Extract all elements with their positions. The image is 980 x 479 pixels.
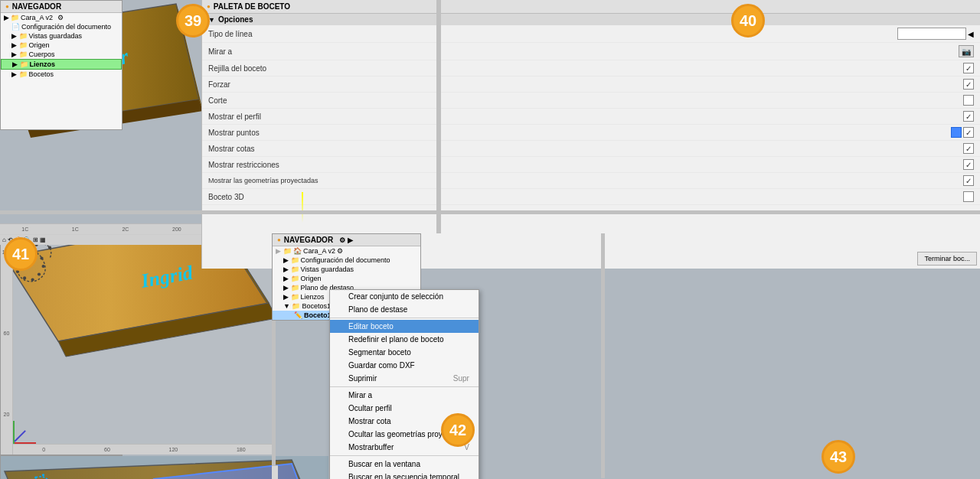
step-bubble-41: 41: [4, 237, 38, 271]
context-menu-41: Crear conjunto de selección Plano de des…: [329, 289, 479, 479]
nav-item-vistas[interactable]: ▶ 📁 Vistas guardadas: [1, 31, 122, 41]
palette-row-rejilla: Rejilla del boceto ✓: [202, 60, 980, 77]
ctx-guardar-dxf[interactable]: Guardar como DXF: [330, 359, 479, 372]
view-display-btn[interactable]: ▦: [40, 236, 46, 243]
svg-point-63: [42, 474, 44, 476]
nav2-config[interactable]: ▶ 📁 Configuración del documento: [273, 256, 420, 265]
corte-checkbox[interactable]: [963, 95, 974, 106]
nav-item-cara[interactable]: ▶ 📁 Cara_A v2 ⚙: [1, 13, 122, 22]
view-fit-btn[interactable]: ⊞: [33, 236, 38, 243]
nav-header-41: ● NAVEGADOR ⚙ ▶: [273, 234, 420, 246]
tipo-linea-control[interactable]: ◀: [897, 28, 974, 40]
puntos-color-box[interactable]: [951, 127, 962, 138]
terminar-boceto-container: Terminar boc...: [917, 252, 977, 266]
ctx-sep1: [330, 318, 479, 318]
perfil-checkbox[interactable]: ✓: [963, 111, 974, 122]
divider-h1: [0, 210, 980, 214]
geom-checkbox[interactable]: ✓: [963, 175, 974, 186]
canvas-42: Ingrid ⌂ ◀ ▶ ⏭: [1, 456, 328, 479]
palette-row-forzar: Forzar ✓: [202, 77, 980, 93]
palette-header-43: ● PALETA DE BOCETO: [202, 0, 980, 14]
view-home-btn[interactable]: ⌂: [2, 236, 6, 243]
rejilla-checkbox[interactable]: ✓: [963, 63, 974, 73]
ctx-sep3: [330, 455, 479, 456]
step-bubble-43: 43: [822, 440, 855, 474]
palette-row-perfil: Mostrar el perfil ✓: [202, 109, 980, 125]
svg-point-62: [34, 476, 37, 478]
palette-row-tipo-linea: Tipo de línea ◀: [202, 25, 980, 43]
terminar-boceto-btn-43[interactable]: Terminar boc...: [917, 252, 977, 266]
nav-item-lienzos[interactable]: ▶ 📁 Lienzos: [1, 59, 122, 70]
svg-point-50: [48, 246, 51, 249]
palette-row-cotas: Mostrar cotas ✓: [202, 141, 980, 157]
ctx-segmentar[interactable]: Segmentar boceto: [330, 346, 479, 359]
palette-row-restricciones: Mostrar restricciones ✓: [202, 157, 980, 173]
ctx-crear-conjunto[interactable]: Crear conjunto de selección: [330, 290, 479, 303]
svg-point-46: [31, 278, 34, 281]
nav-header-40: ● NAVEGADOR: [1, 1, 122, 13]
nav-item-config[interactable]: 📄 Configuración del documento: [1, 22, 122, 31]
ctx-redefinir-plano[interactable]: Redefinir el plano de boceto: [330, 333, 479, 346]
ctx-editar-boceto[interactable]: Editar boceto: [330, 320, 479, 333]
ctx-buscar-secuencia[interactable]: Buscar en la secuencia temporal: [330, 471, 479, 479]
nav-close-41[interactable]: ⚙ ▶: [339, 236, 353, 244]
axis-x-41: [13, 442, 36, 444]
nav-item-bocetos[interactable]: ▶ 📁 Bocetos: [1, 70, 122, 79]
svg-point-43: [40, 256, 43, 259]
opciones-section: ▼ Opciones: [202, 14, 980, 25]
yellow-accent-43: [302, 192, 303, 223]
panel-42: Ingrid ⌂ ◀ ▶ ⏭: [0, 455, 329, 479]
nav2-origen[interactable]: ▶ 📁 Origen: [273, 274, 420, 283]
palette-row-corte: Corte: [202, 93, 980, 109]
divider-v3: [601, 233, 605, 478]
step-bubble-39: 39: [176, 4, 210, 37]
nav2-cara[interactable]: ▶ 📁 🏠 Cara_A v2 ⚙: [273, 246, 420, 256]
navigator-panel-40: ● NAVEGADOR ▶ 📁 Cara_A v2 ⚙ 📄 Configurac…: [0, 0, 122, 130]
svg-point-45: [38, 272, 41, 275]
ctx-buscar-ventana[interactable]: Buscar en la ventana: [330, 458, 479, 471]
nav2-vistas[interactable]: ▶ 📁 Vistas guardadas: [273, 265, 420, 274]
ctx-suprimir[interactable]: Suprimir Supr: [330, 372, 479, 385]
nav-item-cuerpos[interactable]: ▶ 📁 Cuerpos: [1, 50, 122, 59]
palette-row-mirar: Mirar a 📷: [202, 43, 980, 60]
divider-v1: [436, 0, 441, 233]
svg-point-44: [42, 265, 45, 268]
ruler-bottom-43: 1C1C2C200: [0, 223, 203, 234]
comments-bar-41: [272, 465, 278, 479]
palette-row-puntos: Mostrar puntos ✓: [202, 125, 980, 141]
palette-row-geom: Mostrar las geometrías proyectadas ✓: [202, 173, 980, 189]
step-bubble-42: 42: [441, 413, 475, 447]
cotas-checkbox[interactable]: ✓: [963, 143, 974, 154]
palette-row-boceto3d: Boceto 3D: [202, 189, 980, 205]
puntos-checkbox[interactable]: ✓: [963, 127, 974, 138]
ctx-sep2: [330, 386, 479, 387]
svg-point-47: [23, 276, 26, 279]
ctx-plano-destase[interactable]: Plano de destase: [330, 303, 479, 316]
forzar-checkbox[interactable]: ✓: [963, 79, 974, 90]
puntos-controls: ✓: [951, 127, 974, 138]
ruler-bottom-41: 060120180: [13, 444, 275, 455]
ctx-mirar-a[interactable]: Mirar a: [330, 389, 479, 402]
mirar-a-btn[interactable]: 📷: [959, 45, 974, 57]
step-bubble-40: 40: [731, 4, 765, 37]
boceto3d-checkbox[interactable]: [963, 191, 974, 202]
restricciones-checkbox[interactable]: ✓: [963, 159, 974, 170]
tipo-linea-arrow[interactable]: ◀: [968, 30, 974, 38]
nav-item-origen[interactable]: ▶ 📁 Origen: [1, 41, 122, 50]
palette-right-43: ● PALETA DE BOCETO ▼ Opciones Tipo de lí…: [201, 0, 980, 269]
tipo-linea-dropdown[interactable]: [897, 28, 966, 40]
